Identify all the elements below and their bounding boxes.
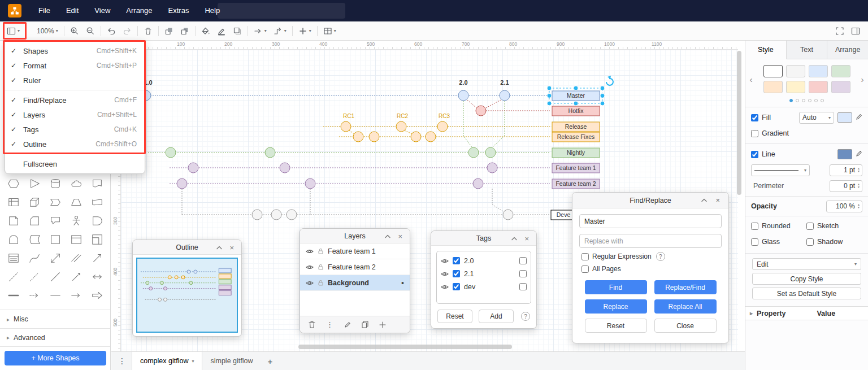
drawio-logo-icon[interactable] bbox=[8, 4, 21, 18]
shape-bidirectional-arrow-icon[interactable] bbox=[45, 251, 66, 265]
shape-bold-line-icon[interactable] bbox=[3, 288, 24, 302]
shape-cube-icon[interactable] bbox=[24, 195, 45, 209]
pagination-dot[interactable] bbox=[802, 99, 805, 102]
git-commit-node[interactable] bbox=[271, 210, 281, 220]
git-commit-node[interactable] bbox=[485, 147, 496, 158]
shape-square-icon[interactable] bbox=[45, 232, 66, 246]
to-front-button[interactable] bbox=[161, 21, 177, 41]
table-button[interactable]: ▾ bbox=[320, 21, 340, 41]
line-color-swatch[interactable] bbox=[837, 149, 852, 159]
add-layer-icon[interactable] bbox=[379, 321, 386, 328]
eye-icon[interactable] bbox=[441, 258, 449, 264]
git-commit-node[interactable] bbox=[265, 147, 275, 158]
tag-row[interactable]: 2.0 bbox=[441, 254, 527, 267]
view-menu-item-find-replace[interactable]: ✓ Find/Replace Cmd+F bbox=[5, 93, 145, 107]
replace-all-button[interactable]: Replace All bbox=[654, 299, 717, 314]
gradient-checkbox[interactable]: Gradient bbox=[751, 129, 789, 137]
style-swatch[interactable] bbox=[831, 65, 850, 77]
line-checkbox[interactable]: Line bbox=[751, 150, 775, 158]
close-icon[interactable]: × bbox=[398, 229, 402, 243]
fill-mode-select[interactable]: Auto ▾ bbox=[799, 112, 834, 124]
style-swatch[interactable] bbox=[831, 81, 850, 93]
layer-row[interactable]: Feature team 1 bbox=[300, 243, 410, 259]
replace-input[interactable] bbox=[579, 234, 722, 248]
selection-handle[interactable] bbox=[547, 94, 552, 98]
line-edit-icon[interactable] bbox=[856, 150, 862, 159]
shape-document-icon[interactable] bbox=[87, 176, 108, 190]
tag-visible-checkbox[interactable] bbox=[453, 270, 460, 277]
line-width-stepper[interactable]: 1 pt ▲▼ bbox=[830, 164, 862, 176]
git-commit-node[interactable] bbox=[458, 90, 468, 101]
collapse-icon[interactable] bbox=[511, 231, 517, 246]
toggle-format-panel-button[interactable] bbox=[848, 21, 863, 41]
fullscreen-button[interactable] bbox=[832, 21, 848, 41]
shape-cloud-icon[interactable] bbox=[66, 176, 87, 190]
delete-button[interactable] bbox=[140, 21, 156, 41]
tab-arrange[interactable]: Arrange bbox=[827, 41, 868, 59]
shape-container-icon[interactable] bbox=[66, 232, 87, 246]
undo-button[interactable] bbox=[103, 21, 119, 41]
style-swatch[interactable] bbox=[809, 81, 828, 93]
pages-menu-icon[interactable]: ⋮ bbox=[111, 356, 132, 365]
pagination-dot[interactable] bbox=[808, 99, 811, 102]
eye-icon[interactable] bbox=[306, 249, 314, 254]
view-menu-item-shapes[interactable]: ✓ Shapes Cmd+Shift+K bbox=[5, 43, 145, 58]
collapse-icon[interactable] bbox=[216, 240, 222, 255]
shape-internal-storage-icon[interactable] bbox=[3, 195, 24, 209]
git-commit-node[interactable] bbox=[476, 106, 486, 116]
git-commit-node[interactable] bbox=[166, 147, 176, 158]
git-commit-node[interactable] bbox=[369, 132, 379, 142]
git-commit-node[interactable] bbox=[500, 90, 510, 101]
eye-icon[interactable] bbox=[441, 284, 449, 290]
sketch-checkbox[interactable]: Sketch bbox=[806, 222, 839, 230]
git-edge[interactable] bbox=[463, 101, 472, 148]
git-edge[interactable] bbox=[492, 101, 505, 148]
tag-select-checkbox[interactable] bbox=[519, 257, 527, 264]
shape-frame-icon[interactable] bbox=[87, 232, 108, 246]
presets-prev-icon[interactable]: ‹ bbox=[748, 75, 754, 84]
zoom-in-button[interactable] bbox=[67, 21, 83, 41]
zoom-select[interactable]: 100% ▾ bbox=[33, 21, 62, 41]
tag-select-checkbox[interactable] bbox=[519, 283, 527, 290]
lock-icon[interactable] bbox=[318, 248, 323, 254]
shape-trapezoid-icon[interactable] bbox=[66, 195, 87, 209]
git-commit-node[interactable] bbox=[468, 147, 479, 158]
shape-tape-icon[interactable] bbox=[87, 195, 108, 209]
close-icon[interactable]: × bbox=[229, 240, 234, 255]
shape-cylinder-icon[interactable] bbox=[45, 176, 66, 190]
tags-reset-button[interactable]: Reset bbox=[437, 310, 472, 323]
regex-checkbox-input[interactable] bbox=[581, 253, 589, 260]
eye-icon[interactable] bbox=[441, 271, 449, 277]
shape-line-icon[interactable] bbox=[45, 269, 66, 284]
copy-style-button[interactable]: Copy Style bbox=[752, 273, 861, 285]
style-swatch[interactable] bbox=[809, 65, 828, 77]
collapse-icon[interactable] bbox=[385, 229, 390, 243]
style-swatch[interactable] bbox=[763, 65, 783, 77]
layer-row[interactable]: Feature team 2 bbox=[300, 259, 410, 275]
shape-hexagon-icon[interactable] bbox=[3, 176, 24, 190]
outline-viewport[interactable] bbox=[136, 258, 238, 333]
selection-handle[interactable] bbox=[574, 101, 578, 106]
tag-select-checkbox[interactable] bbox=[519, 270, 527, 277]
lock-icon[interactable] bbox=[318, 264, 323, 270]
close-button[interactable]: Close bbox=[654, 319, 717, 333]
eye-icon[interactable] bbox=[306, 280, 314, 286]
fill-color-button[interactable] bbox=[198, 21, 214, 41]
git-commit-node[interactable] bbox=[473, 179, 483, 189]
pagination-dot[interactable] bbox=[814, 99, 818, 102]
set-default-style-button[interactable]: Set as Default Style bbox=[752, 288, 861, 299]
view-menu-item-layers[interactable]: ✓ Layers Cmd+Shift+L bbox=[5, 107, 145, 122]
layer-menu-icon[interactable]: ⋮ bbox=[326, 320, 333, 329]
layer-row-selected[interactable]: Background • bbox=[300, 275, 410, 291]
to-back-button[interactable] bbox=[177, 21, 193, 41]
stepper-down-icon[interactable]: ▼ bbox=[857, 206, 860, 209]
git-commit-node[interactable] bbox=[287, 210, 297, 220]
stepper-down-icon[interactable]: ▼ bbox=[857, 170, 860, 173]
presets-next-icon[interactable]: › bbox=[859, 75, 866, 84]
shape-and-icon[interactable] bbox=[3, 232, 24, 246]
git-commit-node[interactable] bbox=[188, 163, 198, 173]
vertical-scrollbar[interactable] bbox=[737, 51, 741, 195]
view-menu-item-format[interactable]: ✓ Format Cmd+Shift+P bbox=[5, 58, 145, 73]
reset-button[interactable]: Reset bbox=[585, 319, 647, 333]
line-color-button[interactable] bbox=[214, 21, 229, 41]
